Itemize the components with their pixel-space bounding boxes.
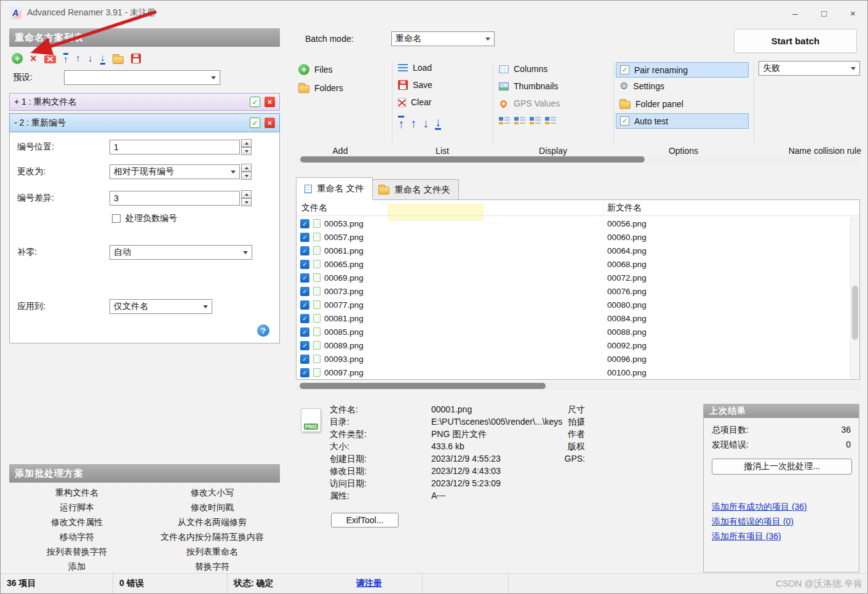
number-difference-stepper[interactable]	[241, 190, 252, 206]
preset-dropdown[interactable]	[64, 70, 220, 85]
batch-mode-dropdown[interactable]: 重命名	[391, 31, 495, 46]
move-up-icon[interactable]: ↑	[410, 117, 416, 129]
stepper-up-icon[interactable]	[241, 190, 252, 198]
row-checkbox[interactable]: ✓	[300, 246, 309, 255]
add-files-button[interactable]: + Files	[298, 64, 333, 75]
list-save-button[interactable]: Save	[398, 80, 432, 90]
add-method-link[interactable]: 重构文件名	[9, 486, 145, 500]
move-to-top-icon[interactable]: ↑	[63, 53, 68, 65]
add-method-link[interactable]: 添加	[9, 560, 145, 574]
number-difference-input[interactable]: 3	[109, 191, 240, 206]
column-header-new-name[interactable]: 新文件名	[607, 203, 642, 214]
exiftool-button[interactable]: ExifTool...	[331, 513, 399, 528]
row-checkbox[interactable]: ✓	[300, 368, 309, 377]
move-to-bottom-icon[interactable]: ↓	[100, 53, 105, 65]
result-link[interactable]: 添加有错误的项目 (0)	[712, 516, 807, 531]
method-2-delete-button[interactable]: ×	[265, 118, 275, 128]
method-2-enabled-checkbox[interactable]: ✓	[250, 118, 260, 128]
row-checkbox[interactable]: ✓	[300, 327, 309, 337]
view-mode-icon[interactable]	[545, 116, 556, 126]
tab-rename-folders[interactable]: 重命名 文件夹	[370, 179, 459, 200]
file-row[interactable]: ✓00077.png00080.png	[297, 298, 850, 311]
change-to-dropdown[interactable]: 相对于现有编号	[109, 164, 240, 179]
ribbon-scrollbar[interactable]	[296, 156, 860, 164]
file-row[interactable]: ✓00097.png00100.png	[297, 366, 850, 379]
move-down-icon[interactable]: ↓	[88, 54, 93, 63]
row-checkbox[interactable]: ✓	[300, 300, 309, 310]
move-up-icon[interactable]: ↑	[76, 54, 81, 63]
file-row[interactable]: ✓00065.png00068.png	[297, 257, 850, 271]
view-mode-icon[interactable]	[530, 116, 541, 126]
stepper-down-icon[interactable]	[241, 172, 252, 180]
row-checkbox[interactable]: ✓	[300, 233, 309, 242]
stepper-down-icon[interactable]	[241, 198, 252, 206]
zero-padding-dropdown[interactable]: 自动	[109, 245, 252, 260]
view-mode-icon[interactable]	[514, 116, 525, 126]
save-preset-icon[interactable]	[131, 54, 141, 63]
apply-to-dropdown[interactable]: 仅文件名	[109, 299, 212, 314]
number-position-input[interactable]: 1	[109, 140, 240, 155]
column-divider[interactable]	[603, 200, 603, 215]
row-checkbox[interactable]: ✓	[300, 273, 309, 283]
file-row[interactable]: ✓00085.png00088.png	[297, 325, 850, 339]
auto-test-option[interactable]: ✓ Auto test	[616, 113, 749, 129]
view-mode-icon[interactable]	[499, 116, 510, 126]
add-method-link[interactable]: 按列表替换字符	[9, 545, 145, 560]
row-checkbox[interactable]: ✓	[300, 355, 309, 364]
add-method-link[interactable]: 文件名内按分隔符互换内容	[145, 530, 280, 545]
result-link[interactable]: 添加所有成功的项目 (36)	[712, 502, 807, 516]
settings-button[interactable]: ⚙ Settings	[619, 81, 664, 91]
row-checkbox[interactable]: ✓	[300, 260, 309, 269]
remove-method-icon[interactable]: ×	[30, 53, 37, 64]
method-1-enabled-checkbox[interactable]: ✓	[250, 97, 260, 107]
name-collision-dropdown[interactable]: 失败	[759, 61, 860, 76]
pair-renaming-option[interactable]: ✓ Pair renaming	[616, 62, 749, 78]
clear-methods-icon[interactable]	[44, 55, 56, 63]
file-row[interactable]: ✓00089.png00092.png	[297, 339, 850, 352]
column-header-old-name[interactable]: 文件名	[297, 203, 327, 214]
undo-last-batch-button[interactable]: 撤消上一次批处理...	[712, 459, 852, 475]
method-item-1[interactable]: + 1 : 重构文件名 ✓ ×	[9, 93, 280, 111]
file-list-horizontal-scrollbar[interactable]	[296, 382, 860, 390]
gps-values-button[interactable]: GPS Values	[499, 98, 560, 108]
stepper-up-icon[interactable]	[241, 164, 252, 172]
tab-rename-files[interactable]: 重命名 文件	[296, 177, 373, 200]
minimize-button[interactable]: –	[781, 1, 810, 25]
scrollbar-thumb[interactable]	[300, 383, 546, 389]
stepper-up-icon[interactable]	[241, 139, 252, 147]
maximize-button[interactable]: □	[810, 1, 838, 25]
close-button[interactable]: ×	[838, 1, 867, 25]
list-load-button[interactable]: Load	[398, 63, 432, 73]
row-checkbox[interactable]: ✓	[300, 219, 309, 228]
add-method-link[interactable]: 修改大小写	[145, 486, 280, 500]
scrollbar-thumb[interactable]	[300, 156, 645, 163]
move-to-top-icon[interactable]: ↑	[398, 116, 404, 130]
file-row[interactable]: ✓00069.png00072.png	[297, 271, 850, 284]
list-clear-button[interactable]: Clear	[398, 97, 431, 107]
move-down-icon[interactable]: ↓	[423, 117, 429, 129]
negative-numbers-checkbox[interactable]	[112, 214, 121, 223]
add-method-link[interactable]: 按列表重命名	[145, 545, 280, 560]
scrollbar-thumb[interactable]	[852, 286, 858, 340]
start-batch-button[interactable]: Start batch	[734, 29, 857, 53]
add-method-link[interactable]: 修改文件属性	[9, 515, 145, 530]
file-row[interactable]: ✓00093.png00096.png	[297, 352, 850, 366]
help-button[interactable]: ?	[257, 324, 269, 337]
load-preset-folder-icon[interactable]	[113, 56, 124, 64]
folder-panel-button[interactable]: Folder panel	[619, 98, 683, 109]
add-method-link[interactable]: 从文件名两端修剪	[145, 515, 280, 530]
change-to-stepper[interactable]	[241, 164, 252, 180]
move-to-bottom-icon[interactable]: ↓	[435, 116, 441, 130]
file-row[interactable]: ✓00053.png00056.png	[297, 217, 850, 230]
add-method-icon[interactable]: +	[12, 53, 23, 64]
add-folders-button[interactable]: Folders	[298, 82, 343, 93]
number-position-stepper[interactable]	[241, 139, 252, 155]
method-1-delete-button[interactable]: ×	[265, 97, 275, 107]
result-link[interactable]: 添加所有项目 (36)	[712, 531, 807, 546]
add-method-link[interactable]: 移动字符	[9, 530, 145, 545]
pair-renaming-checkbox[interactable]: ✓	[620, 65, 629, 74]
file-row[interactable]: ✓00061.png00064.png	[297, 244, 850, 257]
columns-button[interactable]: Columns	[499, 64, 547, 74]
row-checkbox[interactable]: ✓	[300, 287, 309, 296]
file-list-header[interactable]: 文件名 新文件名	[297, 200, 859, 216]
